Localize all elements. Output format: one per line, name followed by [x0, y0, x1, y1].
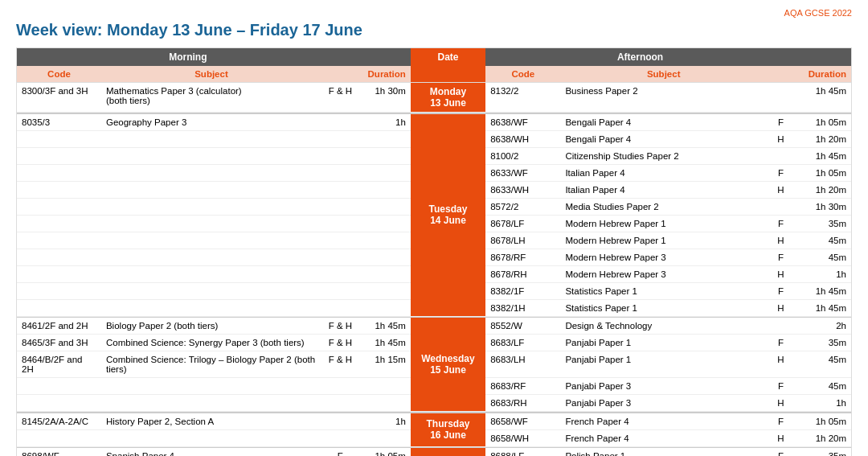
morning-empty — [359, 249, 411, 265]
table-row: 8035/3Geography Paper 31hTuesday 14 June… — [17, 114, 851, 131]
afternoon-subject: Statistics Paper 1 — [560, 299, 767, 316]
afternoon-duration: 1h 45m — [795, 83, 851, 113]
morning-duration: 1h 45m — [359, 318, 411, 335]
morning-empty — [101, 395, 321, 412]
morning-section-spacer — [359, 48, 411, 66]
afternoon-tier: H — [767, 130, 795, 147]
morning-tier: F & H — [321, 83, 359, 113]
table-row: 8461/2F and 2HBiology Paper 2 (both tier… — [17, 318, 851, 335]
morning-code: 8461/2F and 2H — [17, 318, 101, 335]
morning-subject: Geography Paper 3 — [101, 114, 321, 131]
afternoon-tier: H — [767, 395, 795, 412]
morning-empty — [101, 232, 321, 249]
afternoon-code: 8658/WH — [485, 429, 560, 446]
morning-empty — [17, 265, 101, 282]
afternoon-duration: 45m — [795, 232, 851, 249]
afternoon-subject: Design & Technology — [560, 318, 767, 335]
morning-tier: F & H — [321, 351, 359, 378]
morning-empty — [321, 265, 359, 282]
morning-empty — [359, 181, 411, 198]
afternoon-code: 8658/WF — [485, 413, 560, 430]
afternoon-tier: H — [767, 429, 795, 446]
afternoon-subject: Panjabi Paper 1 — [560, 335, 767, 351]
morning-empty — [17, 429, 101, 446]
morning-duration: 1h — [359, 114, 411, 131]
afternoon-tier: F — [767, 215, 795, 232]
date-cell: Thursday 16 June — [411, 413, 485, 447]
morning-tier: F & H — [321, 335, 359, 351]
afternoon-subject: Bengali Paper 4 — [560, 130, 767, 147]
morning-empty — [17, 181, 101, 198]
top-link[interactable]: AQA GCSE 2022 — [784, 8, 852, 18]
afternoon-duration: 1h 05m — [795, 114, 851, 131]
morning-empty — [101, 164, 321, 181]
morning-code: 8145/2A/A-2A/C — [17, 413, 101, 430]
afternoon-code: 8382/1F — [485, 282, 560, 299]
afternoon-subject: Panjabi Paper 3 — [560, 395, 767, 412]
afternoon-duration: 1h 20m — [795, 181, 851, 198]
morning-empty — [17, 232, 101, 249]
morning-empty — [101, 147, 321, 164]
morning-empty — [17, 130, 101, 147]
afternoon-code: 8132/2 — [485, 83, 560, 113]
afternoon-duration: 35m — [795, 215, 851, 232]
afternoon-subject: Polish Paper 1 — [560, 448, 767, 456]
afternoon-duration: 35m — [795, 448, 851, 456]
morning-empty — [321, 181, 359, 198]
afternoon-tier: F — [767, 413, 795, 430]
afternoon-code: 8683/RF — [485, 378, 560, 395]
morning-empty — [17, 215, 101, 232]
afternoon-code: 8638/WF — [485, 114, 560, 131]
schedule-table: Morning Date Afternoon Code Subject Dura… — [16, 47, 852, 456]
morning-empty — [101, 181, 321, 198]
morning-duration: 1h 15m — [359, 351, 411, 378]
date-label-cell — [411, 66, 485, 83]
afternoon-duration: 35m — [795, 335, 851, 351]
afternoon-code: 8678/RF — [485, 249, 560, 265]
afternoon-duration: 45m — [795, 351, 851, 378]
date-cell: Monday 13 June — [411, 83, 485, 113]
morning-empty — [17, 378, 101, 395]
afternoon-duration: 1h 45m — [795, 147, 851, 164]
morning-duration: 1h — [359, 413, 411, 430]
morning-empty — [359, 130, 411, 147]
afternoon-code: 8683/LF — [485, 335, 560, 351]
morning-empty — [321, 378, 359, 395]
morning-empty — [359, 429, 411, 446]
morning-tier-label — [321, 66, 359, 83]
morning-subject: Biology Paper 2 (both tiers) — [101, 318, 321, 335]
afternoon-code-label: Code — [485, 66, 560, 83]
morning-empty — [101, 282, 321, 299]
afternoon-subject: Panjabi Paper 3 — [560, 378, 767, 395]
morning-duration-label: Duration — [359, 66, 411, 83]
morning-empty — [101, 198, 321, 215]
afternoon-duration: 1h — [795, 395, 851, 412]
afternoon-duration: 1h 05m — [795, 413, 851, 430]
afternoon-tier — [767, 318, 795, 335]
afternoon-code: 8678/RH — [485, 265, 560, 282]
afternoon-section-label: Afternoon — [485, 48, 795, 66]
morning-subject: Combined Science: Synergy Paper 3 (both … — [101, 335, 321, 351]
table-row: 8145/2A/A-2A/CHistory Paper 2, Section A… — [17, 413, 851, 430]
morning-subject-label: Subject — [101, 66, 321, 83]
afternoon-code: 8683/LH — [485, 351, 560, 378]
afternoon-tier: F — [767, 282, 795, 299]
morning-tier: F — [321, 448, 359, 456]
morning-empty — [101, 429, 321, 446]
afternoon-tier: F — [767, 114, 795, 131]
afternoon-duration: 1h 20m — [795, 130, 851, 147]
morning-empty — [359, 282, 411, 299]
morning-empty — [17, 249, 101, 265]
morning-code: 8035/3 — [17, 114, 101, 131]
afternoon-tier: F — [767, 335, 795, 351]
morning-empty — [321, 130, 359, 147]
afternoon-tier — [767, 147, 795, 164]
afternoon-subject: Modern Hebrew Paper 1 — [560, 232, 767, 249]
morning-empty — [321, 164, 359, 181]
afternoon-tier-label — [767, 66, 795, 83]
morning-empty — [359, 164, 411, 181]
afternoon-subject: Italian Paper 4 — [560, 181, 767, 198]
morning-tier: F & H — [321, 318, 359, 335]
morning-subject: Combined Science: Trilogy – Biology Pape… — [101, 351, 321, 378]
afternoon-code: 8633/WF — [485, 164, 560, 181]
